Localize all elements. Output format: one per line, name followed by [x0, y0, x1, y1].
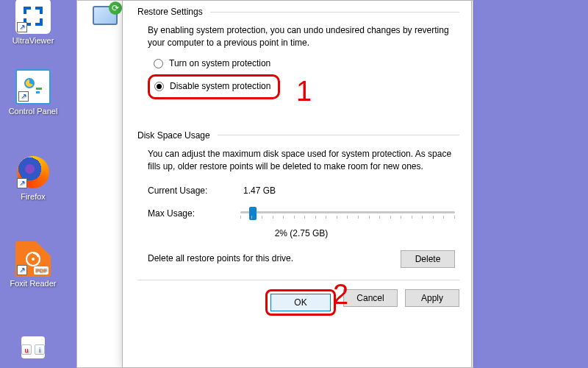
cancel-button[interactable]: Cancel: [343, 289, 398, 307]
firefox-icon: ↗: [15, 155, 51, 190]
unikey-icon: ui: [15, 330, 51, 365]
radio-label: Turn on system protection: [169, 57, 270, 70]
system-protection-dialog: Restore Settings By enabling system prot…: [122, 0, 472, 368]
system-protection-hero-icon: [87, 0, 123, 32]
restore-settings-title: Restore Settings: [137, 7, 203, 17]
svg-rect-1: [36, 88, 42, 90]
slider-track: [240, 211, 455, 213]
radio-label: Disable system protection: [170, 80, 270, 93]
annotation-highlight-box: OK: [265, 289, 336, 316]
desktop-icon-control-panel[interactable]: ↗ Control Panel: [4, 69, 62, 116]
radio-disable-protection[interactable]: Disable system protection: [154, 80, 270, 93]
ultraviewer-icon: ↗: [15, 0, 51, 34]
shortcut-arrow-icon: ↗: [17, 22, 27, 32]
desktop-icon-ultraviewer[interactable]: ↗ UltraViewer: [4, 0, 62, 45]
current-usage-value: 1.47 GB: [243, 185, 276, 197]
desktop-icon-firefox[interactable]: ↗ Firefox: [4, 155, 62, 201]
dialog-action-row: OK Cancel Apply: [137, 289, 459, 316]
radio-turn-on-protection[interactable]: Turn on system protection: [154, 57, 455, 70]
delete-restore-points-text: Delete all restore points for this drive…: [148, 252, 293, 265]
slider-ticks: [240, 216, 455, 219]
desktop-icon-label: Foxit Reader: [4, 279, 62, 288]
apply-button[interactable]: Apply: [405, 289, 459, 307]
desktop-icon-unikey[interactable]: ui: [4, 330, 62, 367]
ok-button[interactable]: OK: [270, 294, 331, 311]
desktop-icon-foxit-reader[interactable]: PDF ↗ Foxit Reader: [4, 241, 62, 288]
radio-icon: [154, 59, 163, 68]
max-usage-readout: 2% (2.75 GB): [148, 227, 455, 240]
shortcut-arrow-icon: ↗: [17, 178, 27, 188]
desktop-icon-label: UltraViewer: [4, 36, 62, 45]
divider: [210, 12, 459, 13]
desktop-icon-label: Control Panel: [4, 107, 62, 116]
annotation-highlight-box: Disable system protection: [148, 74, 280, 99]
divider: [218, 135, 459, 135]
disk-space-section-header: Disk Space Usage: [137, 130, 459, 141]
max-usage-label: Max Usage:: [148, 208, 221, 220]
svg-point-4: [32, 258, 35, 261]
current-usage-label: Current Usage:: [148, 185, 221, 197]
restore-settings-section-header: Restore Settings: [137, 7, 459, 17]
control-panel-icon: ↗: [15, 69, 51, 105]
disk-space-description: You can adjust the maximum disk space us…: [148, 148, 455, 174]
restore-settings-description: By enabling system protection, you can u…: [148, 24, 455, 50]
foxit-reader-icon: PDF ↗: [15, 241, 51, 277]
shortcut-arrow-icon: ↗: [18, 91, 29, 102]
desktop-icon-label: Firefox: [4, 192, 62, 201]
divider: [137, 280, 459, 280]
disk-space-title: Disk Space Usage: [137, 130, 210, 141]
max-usage-slider[interactable]: [240, 205, 455, 223]
delete-button[interactable]: Delete: [401, 250, 455, 268]
svg-rect-2: [36, 91, 40, 93]
radio-icon: [154, 82, 164, 91]
